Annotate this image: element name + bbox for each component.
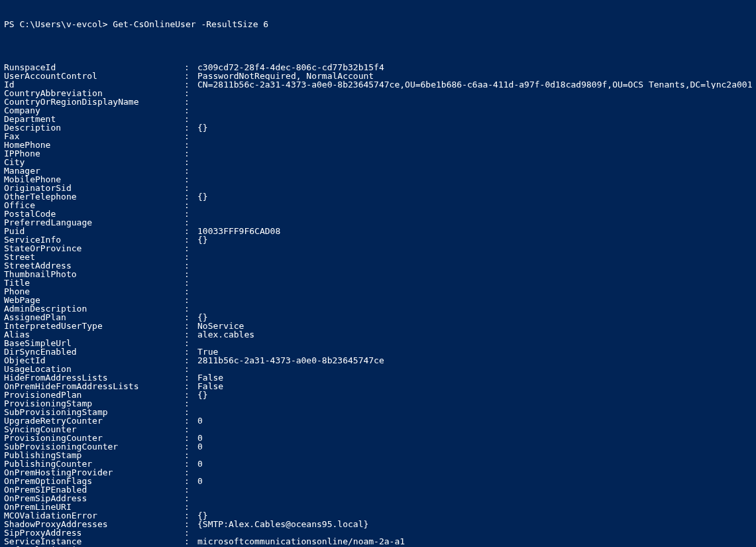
property-key: Description <box>4 123 184 132</box>
property-row: OtherTelephone: {} <box>4 192 752 201</box>
property-row: ServiceInstance: microsoftcommunications… <box>4 537 752 546</box>
property-row: RunspaceId: c309cd72-28f4-4dec-806c-cd77… <box>4 63 752 72</box>
property-row: InterpretedUserType: NoService <box>4 322 752 330</box>
property-key: UserAccountControl <box>4 72 184 80</box>
property-value <box>197 485 752 494</box>
property-row: SubProvisioningCounter: 0 <box>4 442 752 451</box>
property-value: alex.cables <box>197 330 752 339</box>
property-row: Fax: <box>4 132 752 141</box>
property-value <box>197 166 752 175</box>
property-row: Department: <box>4 115 752 123</box>
property-value: 0 <box>197 434 752 442</box>
property-value: 2811b56c-2a31-4373-a0e0-8b23645747ce <box>197 356 752 365</box>
property-value <box>197 158 752 166</box>
property-key: InterpretedUserType <box>4 322 184 330</box>
property-row: PostalCode: <box>4 210 752 218</box>
property-row: MobilePhone: <box>4 175 752 184</box>
property-value: {} <box>197 391 752 399</box>
property-value <box>197 141 752 149</box>
property-row: WebPage: <box>4 296 752 304</box>
property-value <box>197 408 752 416</box>
property-value <box>197 304 752 313</box>
property-row: SubProvisioningStamp: <box>4 408 752 416</box>
property-value: {} <box>197 123 752 132</box>
property-value <box>197 287 752 296</box>
property-row: AssignedPlan: {} <box>4 313 752 322</box>
property-value <box>197 503 752 511</box>
property-row: PublishingStamp: <box>4 451 752 459</box>
property-row: StateOrProvince: <box>4 244 752 253</box>
property-value: True <box>197 347 752 356</box>
property-value <box>197 253 752 261</box>
property-row: OriginatorSid: <box>4 184 752 192</box>
property-row: OnPremLineURI: <box>4 503 752 511</box>
property-key: PreferredLanguage <box>4 218 184 227</box>
property-value <box>197 270 752 278</box>
property-row: OnPremSIPEnabled: <box>4 485 752 494</box>
property-row: ObjectId: 2811b56c-2a31-4373-a0e0-8b2364… <box>4 356 752 365</box>
property-value <box>197 296 752 304</box>
property-value <box>197 244 752 253</box>
property-value: {} <box>197 235 752 244</box>
property-value: False <box>197 373 752 382</box>
property-row: PublishingCounter: 0 <box>4 459 752 468</box>
property-value: NoService <box>197 322 752 330</box>
property-value <box>197 115 752 123</box>
property-value: 0 <box>197 442 752 451</box>
property-row: Company: <box>4 106 752 115</box>
property-value: {} <box>197 192 752 201</box>
command-output: RunspaceId: c309cd72-28f4-4dec-806c-cd77… <box>4 63 752 547</box>
property-value <box>197 451 752 459</box>
property-row: DirSyncEnabled: True <box>4 347 752 356</box>
property-value <box>197 106 752 115</box>
property-row: ProvisioningStamp: <box>4 399 752 408</box>
property-row: ThumbnailPhoto: <box>4 270 752 278</box>
property-value <box>197 399 752 408</box>
property-value: False <box>197 382 752 391</box>
property-row: ProvisionedPlan: {} <box>4 391 752 399</box>
property-value: 10033FFF9F6CAD08 <box>197 227 752 235</box>
property-value <box>197 468 752 477</box>
property-value: 0 <box>197 477 752 485</box>
prompt-line: PS C:\Users\v-evcol> Get-CsOnlineUser -R… <box>4 20 752 29</box>
property-value: 0 <box>197 416 752 425</box>
property-row: SyncingCounter: <box>4 425 752 434</box>
property-row: Id: CN=2811b56c-2a31-4373-a0e0-8b2364574… <box>4 80 752 89</box>
property-row: Office: <box>4 201 752 210</box>
property-row: AdminDescription: <box>4 304 752 313</box>
property-row: UpgradeRetryCounter: 0 <box>4 416 752 425</box>
powershell-terminal[interactable]: PS C:\Users\v-evcol> Get-CsOnlineUser -R… <box>0 0 756 547</box>
property-row: Title: <box>4 278 752 287</box>
property-key: ThumbnailPhoto <box>4 270 184 278</box>
property-value <box>197 494 752 503</box>
property-key: IPPhone <box>4 149 184 158</box>
property-value: {SMTP:Alex.Cables@oceans95.local} <box>197 520 752 528</box>
property-row: UsageLocation: <box>4 365 752 373</box>
property-value <box>197 132 752 141</box>
property-row: StreetAddress: <box>4 261 752 270</box>
property-row: OnPremSipAddress: <box>4 494 752 503</box>
property-value <box>197 201 752 210</box>
property-row: MCOValidationError: {} <box>4 511 752 520</box>
property-value <box>197 425 752 434</box>
property-value <box>197 149 752 158</box>
property-value <box>197 261 752 270</box>
property-value <box>197 339 752 347</box>
property-value: {} <box>197 313 752 322</box>
property-value <box>197 365 752 373</box>
property-row: ServiceInfo: {} <box>4 235 752 244</box>
property-row: IPPhone: <box>4 149 752 158</box>
property-value: {} <box>197 511 752 520</box>
property-value <box>197 210 752 218</box>
property-row: Puid: 10033FFF9F6CAD08 <box>4 227 752 235</box>
property-row: OnPremHideFromAddressLists: False <box>4 382 752 391</box>
property-row: Description: {} <box>4 123 752 132</box>
property-row: Alias: alex.cables <box>4 330 752 339</box>
property-value: CN=2811b56c-2a31-4373-a0e0-8b23645747ce,… <box>197 80 752 89</box>
property-value <box>197 528 752 537</box>
property-row: City: <box>4 158 752 166</box>
property-row: SipProxyAddress: <box>4 528 752 537</box>
property-row: OnPremOptionFlags: 0 <box>4 477 752 485</box>
property-row: UserAccountControl: PasswordNotRequired,… <box>4 72 752 80</box>
property-row: ShadowProxyAddresses: {SMTP:Alex.Cables@… <box>4 520 752 528</box>
